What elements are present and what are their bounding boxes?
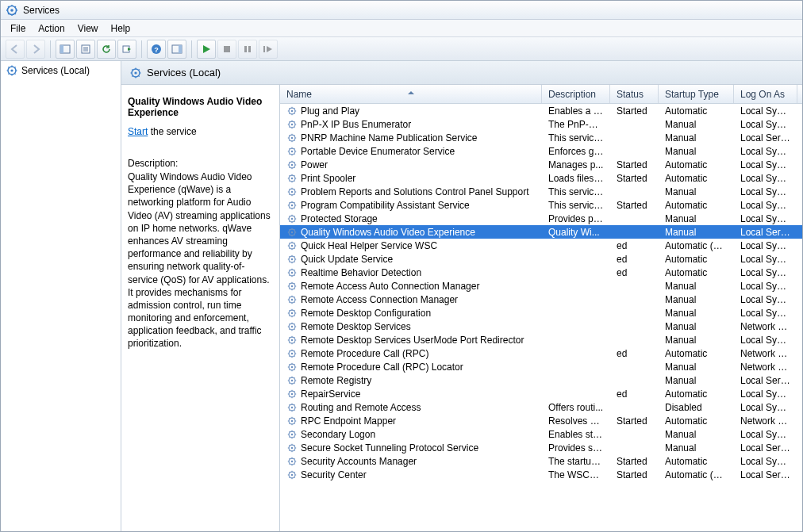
svg-point-68 bbox=[291, 419, 293, 421]
description-text: Quality Windows Audio Video Experience (… bbox=[128, 170, 273, 350]
title-bar: Services bbox=[1, 1, 802, 20]
svg-point-32 bbox=[291, 177, 293, 178]
column-log-on-as[interactable]: Log On As bbox=[734, 85, 797, 103]
service-logon: Local Syste... bbox=[734, 146, 797, 157]
gear-icon bbox=[286, 146, 298, 157]
start-service-link[interactable]: Start bbox=[128, 126, 148, 137]
service-logon: Local Service bbox=[734, 132, 797, 144]
column-name[interactable]: Name bbox=[280, 85, 542, 103]
tree-item-services-local[interactable]: Services (Local) bbox=[1, 61, 121, 80]
service-row[interactable]: Security Accounts ManagerThe startup ...… bbox=[280, 454, 802, 468]
gear-icon bbox=[286, 442, 298, 454]
right-pane: Services (Local) Quality Windows Audio V… bbox=[121, 61, 802, 531]
export-list-button[interactable] bbox=[117, 40, 136, 59]
service-row[interactable]: Realtime Behavior Detection edAutomaticL… bbox=[280, 266, 802, 279]
gear-icon bbox=[286, 294, 298, 305]
service-row[interactable]: RPC Endpoint MapperResolves RP...Started… bbox=[280, 414, 802, 427]
column-startup-type[interactable]: Startup Type bbox=[659, 85, 734, 103]
properties-button[interactable] bbox=[76, 40, 95, 59]
service-logon: Local Service bbox=[734, 469, 797, 480]
start-service-button[interactable] bbox=[197, 40, 216, 59]
service-row[interactable]: Quick Heal Helper Service WSC edAutomati… bbox=[280, 239, 802, 252]
service-status: ed bbox=[610, 267, 659, 278]
gear-icon bbox=[286, 362, 298, 373]
service-row[interactable]: Portable Device Enumerator ServiceEnforc… bbox=[280, 144, 802, 158]
services-window: Services File Action View Help ? Service bbox=[0, 0, 803, 532]
service-logon: Local Syste... bbox=[734, 254, 797, 265]
selected-service-title: Quality Windows Audio Video Experience bbox=[128, 96, 273, 118]
service-startup-type: Automatic bbox=[659, 456, 734, 467]
detail-action-suffix: the service bbox=[148, 126, 196, 137]
service-startup-type: Automatic bbox=[659, 267, 734, 278]
service-row[interactable]: PnP-X IP Bus EnumeratorThe PnP-X ...Manu… bbox=[280, 117, 802, 131]
service-name: Program Compatibility Assistant Service bbox=[301, 200, 470, 211]
service-startup-type: Automatic bbox=[659, 254, 734, 265]
gear-icon bbox=[129, 67, 142, 79]
service-row[interactable]: Secure Socket Tunneling Protocol Service… bbox=[280, 441, 802, 454]
service-row[interactable]: Remote Desktop Services UserMode Port Re… bbox=[280, 333, 802, 346]
gear-icon bbox=[286, 105, 298, 117]
menu-view[interactable]: View bbox=[71, 21, 105, 36]
service-row[interactable]: PNRP Machine Name Publication ServiceThi… bbox=[280, 131, 802, 144]
service-name: Protected Storage bbox=[301, 213, 378, 224]
service-description: Enables star... bbox=[542, 429, 610, 440]
service-row[interactable]: Quality Windows Audio Video ExperienceQu… bbox=[280, 225, 802, 239]
service-startup-type: Automatic (D... bbox=[659, 469, 734, 480]
service-description: The WSCSV... bbox=[542, 469, 610, 480]
menu-action[interactable]: Action bbox=[32, 21, 71, 36]
svg-rect-3 bbox=[60, 45, 63, 53]
service-description: Provides su... bbox=[542, 442, 610, 454]
service-row[interactable]: PowerManages p...StartedAutomaticLocal S… bbox=[280, 158, 802, 171]
column-status[interactable]: Status bbox=[610, 85, 659, 103]
gear-icon bbox=[286, 375, 298, 386]
service-status: ed bbox=[610, 348, 659, 359]
service-row[interactable]: Remote RegistryManualLocal Service bbox=[280, 373, 802, 387]
svg-point-34 bbox=[291, 190, 293, 192]
refresh-button[interactable] bbox=[97, 40, 116, 59]
service-row[interactable]: Program Compatibility Assistant ServiceT… bbox=[280, 198, 802, 212]
service-name: Secure Socket Tunneling Protocol Service bbox=[301, 442, 478, 454]
detail-action: Start the service bbox=[128, 126, 273, 137]
service-status: Started bbox=[610, 200, 659, 211]
action-pane-button[interactable] bbox=[167, 40, 186, 59]
column-description[interactable]: Description bbox=[542, 85, 610, 103]
service-row[interactable]: Remote Procedure Call (RPC) edAutomaticN… bbox=[280, 346, 802, 360]
service-startup-type: Manual bbox=[659, 375, 734, 386]
service-logon: Local Syste... bbox=[734, 186, 797, 197]
service-row[interactable]: Remote Access Auto Connection ManagerMan… bbox=[280, 279, 802, 293]
service-row[interactable]: Plug and PlayEnables a c...StartedAutoma… bbox=[280, 104, 802, 117]
service-description: Provides pr... bbox=[542, 213, 610, 224]
service-row[interactable]: Quick Update Service edAutomaticLocal Sy… bbox=[280, 252, 802, 266]
menu-file[interactable]: File bbox=[4, 21, 32, 36]
detail-pane: Quality Windows Audio Video Experience S… bbox=[121, 85, 280, 531]
service-startup-type: Manual bbox=[659, 281, 734, 292]
service-row[interactable]: Security CenterThe WSCSV...StartedAutoma… bbox=[280, 468, 802, 481]
service-row[interactable]: Routing and Remote AccessOffers routi...… bbox=[280, 400, 802, 414]
service-startup-type: Manual bbox=[659, 362, 734, 373]
service-row[interactable]: RepairService edAutomaticLocal Syste... bbox=[280, 387, 802, 400]
service-logon: Local Syste... bbox=[734, 294, 797, 305]
service-row[interactable]: Secondary LogonEnables star...ManualLoca… bbox=[280, 427, 802, 441]
window-title: Services bbox=[23, 5, 60, 16]
service-row[interactable]: Print SpoolerLoads files t...StartedAuto… bbox=[280, 171, 802, 185]
menu-help[interactable]: Help bbox=[105, 21, 137, 36]
service-logon: Local Syste... bbox=[734, 159, 797, 170]
service-name: RepairService bbox=[301, 388, 360, 400]
service-status: ed bbox=[610, 254, 659, 265]
service-row[interactable]: Remote Access Connection ManagerManualLo… bbox=[280, 293, 802, 306]
svg-point-28 bbox=[291, 150, 293, 151]
service-row[interactable]: Problem Reports and Solutions Control Pa… bbox=[280, 185, 802, 198]
service-row[interactable]: Protected StorageProvides pr...ManualLoc… bbox=[280, 212, 802, 225]
show-hide-tree-button[interactable] bbox=[56, 40, 75, 59]
service-startup-type: Automatic bbox=[659, 415, 734, 427]
service-startup-type: Manual bbox=[659, 119, 734, 130]
service-row[interactable]: Remote Desktop ServicesManualNetwork S..… bbox=[280, 320, 802, 333]
service-row[interactable]: Remote Procedure Call (RPC) LocatorManua… bbox=[280, 360, 802, 373]
service-description: The startup ... bbox=[542, 456, 610, 467]
service-logon: Local Syste... bbox=[734, 105, 797, 117]
service-description: The PnP-X ... bbox=[542, 119, 610, 130]
service-logon: Local Syste... bbox=[734, 456, 797, 467]
svg-point-62 bbox=[291, 379, 293, 381]
service-row[interactable]: Remote Desktop ConfigurationManualLocal … bbox=[280, 306, 802, 320]
help-button[interactable]: ? bbox=[147, 40, 166, 59]
